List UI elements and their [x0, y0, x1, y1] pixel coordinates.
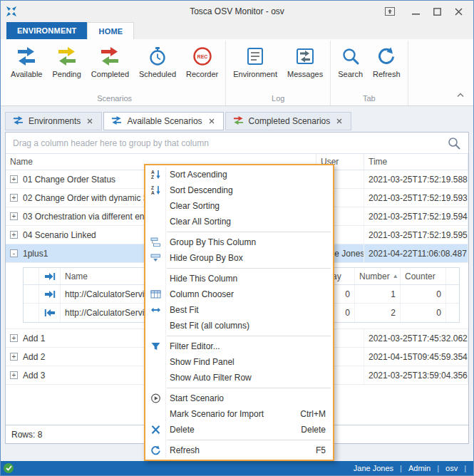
maximize-button[interactable]	[426, 4, 448, 19]
doc-tab-available-scenarios[interactable]: Available Scenarios	[103, 112, 223, 130]
menu-item-clear-all-sorting[interactable]: Clear All Sorting	[145, 214, 333, 229]
group-by-panel[interactable]: Drag a column header here to group by th…	[6, 133, 468, 154]
expand-button[interactable]: +	[10, 334, 18, 342]
menu-item-refresh[interactable]: Refresh F5	[145, 443, 333, 458]
menu-item-sort-ascending[interactable]: A Z Sort Ascending	[145, 167, 333, 182]
ribbon-group-tab: Search Refresh Tab	[331, 41, 408, 105]
refresh-button[interactable]: Refresh	[368, 41, 406, 93]
doc-tab-completed-scenarios[interactable]: Completed Scenarios	[225, 112, 352, 130]
menu-item-mark-scenario-for-import[interactable]: Mark Scenario for Import Ctrl+M	[145, 406, 333, 422]
messages-button[interactable]: Messages	[282, 41, 328, 93]
menu-item-best-fit-all-columns[interactable]: Best Fit (all columns)	[145, 318, 333, 333]
collapse-button[interactable]: -	[10, 249, 18, 257]
available-button[interactable]: Available	[6, 41, 47, 93]
expand-button[interactable]: +	[10, 353, 18, 361]
time-cell: 2021-03-25T17:45:32.062	[364, 329, 468, 347]
menu-item-start-scenario[interactable]: Start Scenario	[145, 390, 333, 406]
ribbon-display-options-button[interactable]	[379, 4, 401, 19]
doc-tab-label: Environments	[29, 116, 81, 126]
button-label: Messages	[287, 70, 323, 78]
subgrid-tail-cell	[446, 304, 459, 322]
arrow-to-bar-icon[interactable]	[39, 268, 61, 284]
column-context-menu: A Z Sort Ascending Z A	[144, 164, 334, 461]
pending-button[interactable]: Pending	[47, 41, 86, 93]
time-cell: 2021-04-15T09:45:59.354	[364, 348, 468, 366]
subgrid-number-cell: 2	[355, 304, 401, 322]
time-cell: 2021-03-25T17:52:19.594	[364, 207, 468, 225]
expand-button[interactable]: +	[10, 371, 18, 379]
expand-button[interactable]: +	[10, 175, 18, 183]
menu-item-hide-this-column[interactable]: Hide This Column	[145, 271, 333, 286]
menu-item-delete[interactable]: Delete Delete	[145, 422, 333, 438]
menu-item-filter-editor[interactable]: Filter Editor...	[145, 338, 333, 354]
row-name: Add 2	[23, 352, 45, 362]
subgrid-number-cell: 1	[355, 285, 401, 303]
refresh-icon	[376, 46, 396, 67]
menu-item-column-chooser[interactable]: Column Chooser	[145, 286, 333, 302]
column-header-time[interactable]: Time	[364, 154, 468, 170]
minimize-button[interactable]	[405, 4, 426, 19]
refresh-icon	[148, 445, 163, 455]
filter-icon	[148, 341, 163, 351]
close-button[interactable]	[448, 4, 469, 19]
environment-log-button[interactable]: Environment	[228, 41, 282, 93]
request-arrow-icon	[39, 285, 61, 303]
menu-item-label: Clear Sorting	[163, 201, 326, 211]
menu-item-shortcut: Delete	[301, 425, 326, 435]
subgrid-blank-cell	[24, 304, 39, 322]
group-by-column-icon	[148, 237, 163, 247]
svg-text:Z: Z	[151, 185, 154, 190]
collapse-ribbon-button[interactable]	[455, 90, 466, 100]
subgrid-tail-cell	[446, 285, 459, 303]
subgrid-blank-cell	[24, 285, 39, 303]
expand-button[interactable]: +	[10, 212, 18, 220]
row-name: 1plus1	[23, 249, 48, 259]
close-tab-icon[interactable]	[86, 117, 94, 125]
doc-tab-environments[interactable]: Environments	[5, 112, 102, 130]
time-cell: 2021-03-25T17:52:19.595	[364, 226, 468, 244]
tosca-app-icon	[5, 5, 18, 18]
expand-button[interactable]: +	[10, 194, 18, 202]
menu-item-sort-descending[interactable]: Z A Sort Descending	[145, 182, 333, 198]
doc-tab-label: Completed Scenarios	[249, 116, 331, 126]
search-button[interactable]: Search	[333, 41, 368, 93]
menu-item-show-auto-filter-row[interactable]: Show Auto Filter Row	[145, 370, 333, 386]
grid-search-icon[interactable]	[447, 136, 461, 152]
button-label: Available	[11, 70, 42, 78]
button-label: Refresh	[373, 70, 401, 78]
row-name: Add 3	[23, 371, 45, 381]
ribbon-tab-bar: ENVIRONMENT HOME	[1, 22, 473, 39]
menu-item-best-fit[interactable]: Best Fit	[145, 302, 333, 318]
close-tab-icon[interactable]	[207, 117, 216, 125]
expand-button[interactable]: +	[10, 231, 18, 239]
sort-descending-icon: Z A	[148, 185, 163, 195]
row-name: Add 1	[23, 333, 45, 343]
button-label: Search	[338, 70, 363, 78]
status-separator: |	[464, 464, 466, 472]
menu-item-group-by-this-column[interactable]: Group By This Column	[145, 234, 333, 250]
completed-button[interactable]: Completed	[86, 41, 134, 93]
menu-item-show-find-panel[interactable]: Show Find Panel	[145, 354, 333, 370]
available-icon	[16, 46, 36, 67]
button-label: Completed	[91, 70, 129, 78]
recorder-button[interactable]: REC Recorder	[181, 41, 223, 93]
search-icon	[341, 46, 361, 67]
column-label: Number	[359, 271, 390, 281]
menu-item-label: Column Chooser	[163, 289, 326, 299]
sort-ascending-indicator: ▲	[393, 273, 398, 279]
tab-environment[interactable]: ENVIRONMENT	[6, 22, 87, 39]
menu-item-clear-sorting[interactable]: Clear Sorting	[145, 198, 333, 214]
menu-item-hide-group-by-box[interactable]: Hide Group By Box	[145, 250, 333, 266]
menu-item-label: Group By This Column	[163, 237, 326, 247]
subgrid-column-number[interactable]: Number ▲	[355, 268, 401, 284]
subgrid-column-counter[interactable]: Counter	[401, 268, 446, 284]
group-by-hint: Drag a column header here to group by th…	[13, 138, 209, 148]
tab-home[interactable]: HOME	[87, 22, 134, 39]
time-cell: 2021-04-22T11:06:08.487	[364, 244, 468, 262]
group-label-tab: Tab	[333, 93, 405, 105]
best-fit-icon	[148, 305, 163, 315]
close-tab-icon[interactable]	[335, 117, 344, 125]
row-name: 02 Change Order with dynamic St	[23, 193, 151, 203]
row-name: 03 Orchestration via different end	[23, 212, 149, 222]
scheduled-button[interactable]: Scheduled	[134, 41, 181, 93]
